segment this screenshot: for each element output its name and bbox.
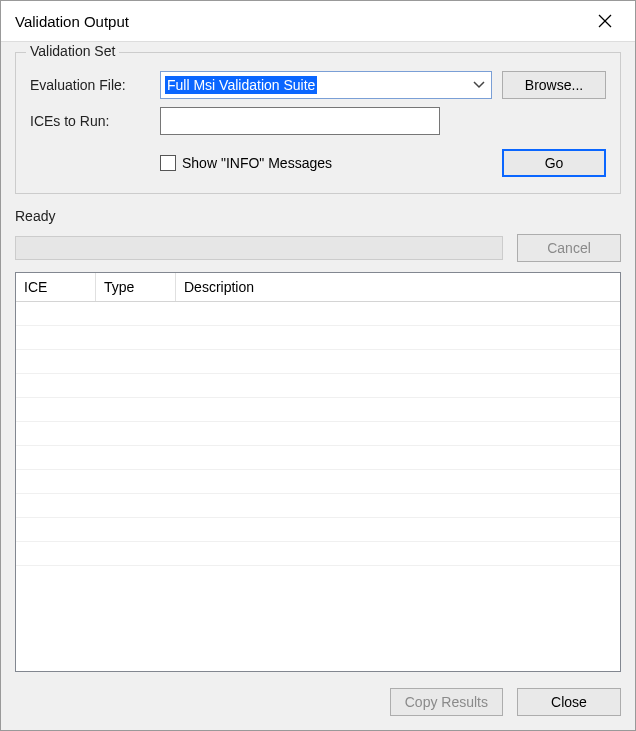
table-row xyxy=(16,422,620,446)
dialog-body: Validation Set Evaluation File: Full Msi… xyxy=(1,42,635,730)
options-row: Show "INFO" Messages Go xyxy=(30,149,606,177)
progress-bar xyxy=(15,236,503,260)
results-table: ICE Type Description xyxy=(15,272,621,672)
table-row xyxy=(16,446,620,470)
evaluation-file-value: Full Msi Validation Suite xyxy=(165,76,317,94)
col-type[interactable]: Type xyxy=(96,273,176,301)
ices-label: ICEs to Run: xyxy=(30,113,150,129)
window-close-button[interactable] xyxy=(585,7,625,35)
validation-set-legend: Validation Set xyxy=(26,43,119,59)
copy-results-button[interactable]: Copy Results xyxy=(390,688,503,716)
col-description[interactable]: Description xyxy=(176,273,620,301)
show-info-checkbox-row: Show "INFO" Messages xyxy=(160,155,332,171)
evaluation-file-combo[interactable]: Full Msi Validation Suite xyxy=(160,71,492,99)
go-button[interactable]: Go xyxy=(502,149,606,177)
table-row xyxy=(16,326,620,350)
table-body xyxy=(16,302,620,671)
evaluation-file-row: Evaluation File: Full Msi Validation Sui… xyxy=(30,71,606,99)
table-row xyxy=(16,470,620,494)
validation-set-group: Validation Set Evaluation File: Full Msi… xyxy=(15,52,621,194)
validation-output-dialog: Validation Output Validation Set Evaluat… xyxy=(0,0,636,731)
table-row xyxy=(16,542,620,566)
table-row xyxy=(16,302,620,326)
ices-input[interactable] xyxy=(160,107,440,135)
browse-button[interactable]: Browse... xyxy=(502,71,606,99)
evaluation-file-label: Evaluation File: xyxy=(30,77,150,93)
table-row xyxy=(16,374,620,398)
table-row xyxy=(16,494,620,518)
table-row xyxy=(16,518,620,542)
col-ice[interactable]: ICE xyxy=(16,273,96,301)
close-button[interactable]: Close xyxy=(517,688,621,716)
show-info-label: Show "INFO" Messages xyxy=(182,155,332,171)
table-row xyxy=(16,350,620,374)
window-title: Validation Output xyxy=(15,13,129,30)
table-row xyxy=(16,398,620,422)
titlebar: Validation Output xyxy=(1,1,635,42)
status-text: Ready xyxy=(15,208,621,224)
progress-row: Cancel xyxy=(15,234,621,262)
table-header: ICE Type Description xyxy=(16,273,620,302)
cancel-button[interactable]: Cancel xyxy=(517,234,621,262)
ices-row: ICEs to Run: xyxy=(30,107,606,135)
chevron-down-icon xyxy=(473,81,485,89)
dialog-footer: Copy Results Close xyxy=(15,682,621,716)
close-icon xyxy=(598,14,612,28)
show-info-checkbox[interactable] xyxy=(160,155,176,171)
